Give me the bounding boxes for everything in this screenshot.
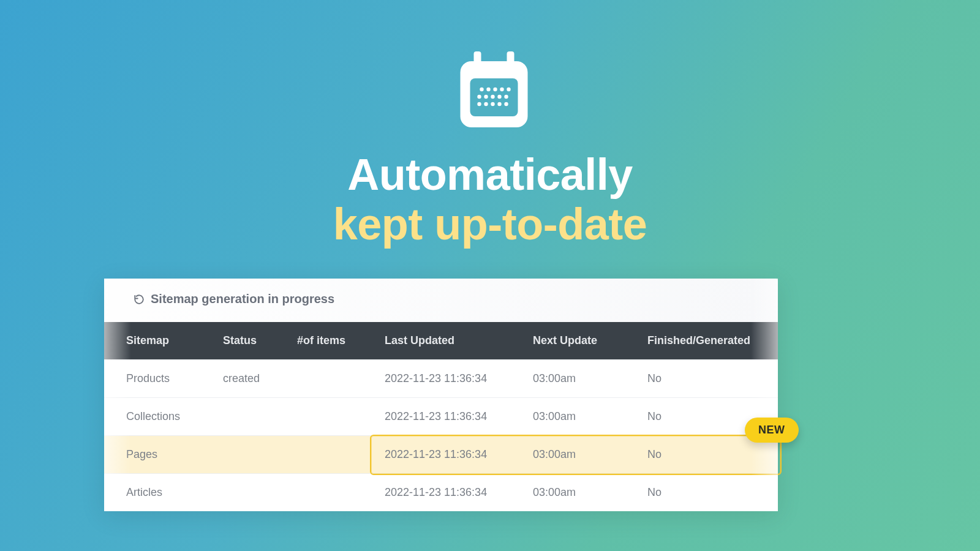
col-header-finished: Finished/Generated	[636, 322, 778, 360]
svg-point-6	[493, 88, 497, 91]
cell-sitemap: Products	[104, 360, 212, 398]
cell-last-updated: 2022-11-23 11:36:34	[374, 436, 522, 474]
svg-point-12	[497, 95, 501, 99]
svg-point-10	[484, 95, 488, 99]
svg-point-4	[480, 88, 483, 91]
cell-status	[212, 474, 286, 512]
status-text: Sitemap generation in progress	[151, 292, 334, 306]
cell-next-update: 03:00am	[522, 474, 636, 512]
cell-items	[286, 474, 374, 512]
table-row: Pages2022-11-23 11:36:3403:00amNo	[104, 436, 778, 474]
cell-sitemap: Collections	[104, 398, 212, 436]
svg-point-16	[491, 102, 494, 106]
cell-status	[212, 436, 286, 474]
table-header-row: Sitemap Status #of items Last Updated Ne…	[104, 322, 778, 360]
cell-status: created	[212, 360, 286, 398]
svg-point-17	[497, 102, 501, 106]
cell-items	[286, 360, 374, 398]
svg-point-5	[486, 88, 490, 91]
col-header-status: Status	[212, 322, 286, 360]
table-row: Articles2022-11-23 11:36:3403:00amNo	[104, 474, 778, 512]
table-row: Collections2022-11-23 11:36:3403:00amNo	[104, 398, 778, 436]
calendar-icon	[454, 48, 534, 136]
status-bar: Sitemap generation in progress	[104, 279, 778, 322]
cell-last-updated: 2022-11-23 11:36:34	[374, 360, 522, 398]
cell-last-updated: 2022-11-23 11:36:34	[374, 398, 522, 436]
svg-point-11	[491, 95, 494, 99]
cell-last-updated: 2022-11-23 11:36:34	[374, 474, 522, 512]
svg-point-14	[477, 102, 481, 106]
cell-next-update: 03:00am	[522, 360, 636, 398]
svg-rect-1	[474, 51, 481, 69]
svg-point-9	[477, 95, 481, 99]
svg-point-18	[504, 102, 508, 106]
headline-line-1: Automatically	[0, 150, 980, 200]
cell-sitemap: Articles	[104, 474, 212, 512]
new-badge: NEW	[745, 418, 799, 443]
cell-items	[286, 436, 374, 474]
col-header-next: Next Update	[522, 322, 636, 360]
svg-point-8	[507, 88, 510, 91]
headline-line-2: kept up-to-date	[0, 200, 980, 249]
col-header-updated: Last Updated	[374, 322, 522, 360]
svg-point-15	[484, 102, 488, 106]
cell-next-update: 03:00am	[522, 436, 636, 474]
cell-next-update: 03:00am	[522, 398, 636, 436]
col-header-sitemap: Sitemap	[104, 322, 212, 360]
cell-items	[286, 398, 374, 436]
hero-headline: Automatically kept up-to-date	[0, 150, 980, 249]
cell-finished: No	[636, 360, 778, 398]
col-header-items: #of items	[286, 322, 374, 360]
svg-rect-2	[507, 51, 514, 69]
cell-sitemap: Pages	[104, 436, 212, 474]
sitemap-panel: Sitemap generation in progress Sitemap S…	[104, 279, 778, 511]
table-row: Productscreated2022-11-23 11:36:3403:00a…	[104, 360, 778, 398]
cell-finished: No	[636, 474, 778, 512]
svg-point-13	[504, 95, 508, 99]
refresh-icon	[134, 294, 145, 305]
sitemap-table: Sitemap Status #of items Last Updated Ne…	[104, 322, 778, 511]
cell-status	[212, 398, 286, 436]
svg-point-7	[500, 88, 503, 91]
